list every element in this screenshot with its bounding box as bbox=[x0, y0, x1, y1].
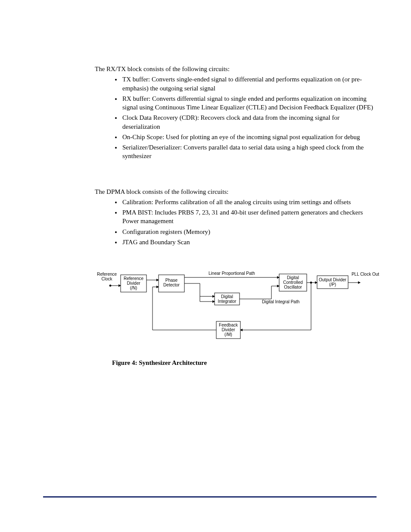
label-dig-int: DigitalIntegrator bbox=[218, 294, 237, 304]
rxtx-list: TX buffer: Converts single-ended signal … bbox=[95, 75, 377, 160]
svg-point-6 bbox=[109, 285, 111, 286]
synthesizer-diagram: ReferenceClock ReferenceDivider(/N) Phas… bbox=[95, 262, 377, 367]
list-item: JTAG and Boundary Scan bbox=[121, 238, 377, 246]
footer-rule bbox=[43, 496, 377, 498]
label-dco: DigitalControlledOscillator bbox=[283, 275, 303, 289]
label-ref-div: ReferenceDivider(/N) bbox=[124, 276, 144, 290]
figure-caption: Figure 4: Synthesizer Architecture bbox=[112, 358, 377, 367]
list-item: Calibration: Performs calibration of all… bbox=[121, 198, 377, 206]
label-pll-out: PLL Clock Out bbox=[352, 272, 379, 277]
label-ref-clock: ReferenceClock bbox=[97, 272, 117, 281]
label-fb-div: FeedbackDivider(/M) bbox=[219, 323, 238, 337]
list-item: Configuration registers (Memory) bbox=[121, 227, 377, 236]
list-item: On-Chip Scope: Used for plotting an eye … bbox=[121, 133, 377, 141]
rxtx-intro: The RX/TX block consists of the followin… bbox=[95, 65, 377, 73]
list-item: Serializer/Deserializer: Converts parall… bbox=[121, 143, 377, 161]
list-item: TX buffer: Converts single-ended signal … bbox=[121, 75, 377, 93]
dpma-intro: The DPMA block consists of the following… bbox=[95, 187, 377, 196]
list-item: Clock Data Recovery (CDR): Recovers cloc… bbox=[121, 113, 377, 131]
label-out-div: Output Divider(/P) bbox=[319, 277, 347, 287]
label-lin-path: Linear Proportional Path bbox=[209, 271, 255, 276]
list-item: RX buffer: Converts differential signal … bbox=[121, 94, 377, 112]
label-dig-int-path: Digital Integral Path bbox=[262, 299, 299, 304]
label-phase-det: PhaseDetector bbox=[163, 278, 180, 287]
dpma-list: Calibration: Performs calibration of all… bbox=[95, 198, 377, 246]
list-item: PMA BIST: Includes PRBS 7, 23, 31 and 40… bbox=[121, 208, 377, 226]
